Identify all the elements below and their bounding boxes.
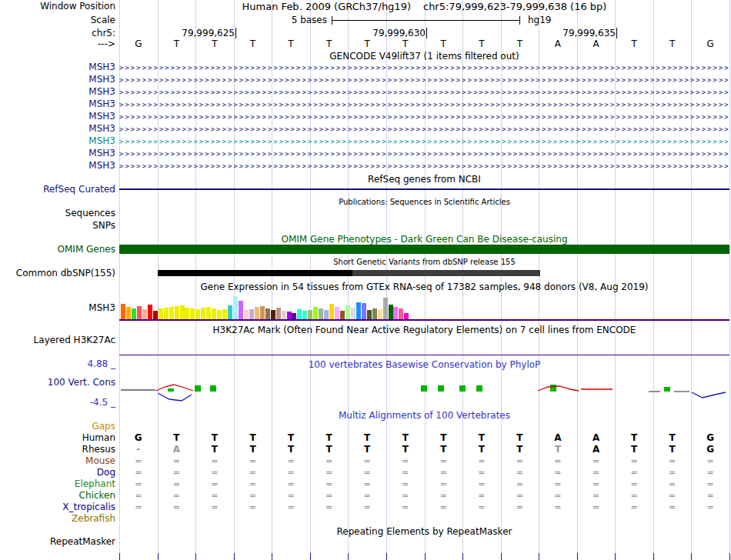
base-position-tick bbox=[310, 553, 311, 560]
gtex-tissue-bar bbox=[308, 310, 312, 319]
gtex-tissue-bar bbox=[372, 308, 377, 319]
multiz-track-title: Multiz Alignments of 100 Vertebrates bbox=[119, 410, 729, 421]
alignment-base: = bbox=[577, 502, 616, 513]
species-label-rhesus[interactable]: Rhesus bbox=[0, 444, 115, 455]
gencode-gene-label[interactable]: MSH3 bbox=[0, 135, 115, 147]
species-label-human[interactable]: Human bbox=[0, 432, 115, 444]
common-dbsnp-label[interactable]: Common dbSNP(155) bbox=[0, 268, 115, 279]
base-letter: T bbox=[310, 38, 349, 49]
repeatmasker-label[interactable]: RepeatMasker bbox=[0, 536, 115, 548]
gencode-transcript-line[interactable]: >>>>>>>>>>>>>>>>>>>>>>>>>>>>>>>>>>>>>>>>… bbox=[119, 98, 729, 111]
vert-cons-label[interactable]: 100 Vert. Cons bbox=[0, 377, 115, 388]
alignment-base: = bbox=[310, 455, 349, 467]
snps-label[interactable]: SNPs bbox=[0, 220, 115, 232]
gencode-gene-label[interactable]: MSH3 bbox=[0, 160, 115, 172]
gencode-transcript-line[interactable]: >>>>>>>>>>>>>>>>>>>>>>>>>>>>>>>>>>>>>>>>… bbox=[119, 74, 729, 86]
alignment-base: = bbox=[691, 467, 729, 478]
gencode-transcript-line[interactable]: >>>>>>>>>>>>>>>>>>>>>>>>>>>>>>>>>>>>>>>>… bbox=[119, 111, 729, 123]
alignment-row-x_tropicalis[interactable]: ================ bbox=[119, 502, 729, 513]
alignment-base: G bbox=[691, 444, 729, 455]
alignment-row-gaps[interactable] bbox=[119, 421, 729, 432]
refseq-gene-line[interactable] bbox=[119, 188, 729, 190]
base-position-tick bbox=[386, 553, 387, 560]
refseq-track-title: RefSeq genes from NCBI bbox=[119, 174, 729, 185]
alignment-base: = bbox=[272, 467, 310, 478]
gtex-tissue-bar bbox=[404, 313, 409, 319]
alignment-base: T bbox=[653, 432, 692, 444]
h3k27ac-track-title: H3K27Ac Mark (Often Found Near Active Re… bbox=[119, 325, 729, 335]
species-label-chicken[interactable]: Chicken bbox=[0, 490, 115, 502]
species-label-dog[interactable]: Dog bbox=[0, 467, 115, 478]
gencode-transcript-line[interactable]: >>>>>>>>>>>>>>>>>>>>>>>>>>>>>>>>>>>>>>>>… bbox=[119, 148, 729, 160]
gencode-gene-label[interactable]: MSH3 bbox=[0, 86, 115, 98]
dbsnp-variant-bar[interactable] bbox=[158, 270, 352, 276]
alignment-base: T bbox=[539, 444, 577, 455]
species-label-x_tropicalis[interactable]: X_tropicalis bbox=[0, 502, 115, 513]
alignment-row-human[interactable]: GTTTTTTTTTTAATTG bbox=[119, 432, 729, 444]
alignment-base: = bbox=[234, 502, 272, 513]
species-label-zebrafish[interactable]: Zebrafish bbox=[0, 513, 115, 525]
gtex-tissue-bar bbox=[217, 310, 222, 319]
species-label-mouse[interactable]: Mouse bbox=[0, 455, 115, 467]
alignment-row-elephant[interactable]: ================ bbox=[119, 478, 729, 490]
alignment-row-chicken[interactable]: ================ bbox=[119, 490, 729, 502]
alignment-base: T bbox=[310, 444, 349, 455]
base-gridline bbox=[729, 0, 730, 560]
alignment-base: = bbox=[501, 502, 539, 513]
alignment-base: = bbox=[691, 455, 729, 467]
species-label-elephant[interactable]: Elephant bbox=[0, 478, 115, 490]
gencode-gene-label[interactable]: MSH3 bbox=[0, 123, 115, 135]
alignment-base: T bbox=[310, 432, 349, 444]
sequence-base-row[interactable]: GTTTTTTTTTTAATTG bbox=[119, 38, 729, 49]
omim-gene-bar[interactable] bbox=[119, 245, 729, 254]
gencode-gene-label[interactable]: MSH3 bbox=[0, 111, 115, 122]
base-position-tick bbox=[729, 553, 730, 560]
alignment-base: = bbox=[539, 467, 577, 478]
gtex-gene-label[interactable]: MSH3 bbox=[0, 302, 115, 314]
alignment-base: = bbox=[462, 478, 501, 490]
refseq-curated-label[interactable]: RefSeq Curated bbox=[0, 184, 115, 195]
base-letter: A bbox=[577, 38, 616, 49]
alignment-row-rhesus[interactable]: -ATTTTTTTTTTATTG bbox=[119, 444, 729, 455]
scale-bar bbox=[332, 16, 520, 25]
alignment-base: = bbox=[386, 478, 425, 490]
alignment-row-zebrafish[interactable] bbox=[119, 513, 729, 525]
alignment-base: = bbox=[691, 490, 729, 502]
alignment-row-dog[interactable]: ================ bbox=[119, 467, 729, 478]
gencode-transcript-line[interactable]: >>>>>>>>>>>>>>>>>>>>>>>>>>>>>>>>>>>>>>>>… bbox=[119, 62, 729, 74]
gencode-gene-label[interactable]: MSH3 bbox=[0, 62, 115, 73]
alignment-base: = bbox=[195, 467, 234, 478]
gtex-tissue-bar bbox=[282, 311, 286, 319]
gencode-gene-label[interactable]: MSH3 bbox=[0, 98, 115, 110]
gencode-gene-label[interactable]: MSH3 bbox=[0, 148, 115, 159]
alignment-base: = bbox=[653, 490, 692, 502]
base-position-tick bbox=[462, 553, 463, 560]
layered-h3k27ac-label[interactable]: Layered H3K27Ac bbox=[0, 335, 115, 346]
alignment-row-mouse[interactable]: ================ bbox=[119, 455, 729, 467]
alignment-base: = bbox=[348, 467, 386, 478]
gencode-transcript-line[interactable]: >>>>>>>>>>>>>>>>>>>>>>>>>>>>>>>>>>>>>>>>… bbox=[119, 123, 729, 135]
sequences-label[interactable]: Sequences bbox=[0, 208, 115, 219]
gtex-expression-bars[interactable] bbox=[119, 295, 729, 319]
gencode-transcript-line[interactable]: >>>>>>>>>>>>>>>>>>>>>>>>>>>>>>>>>>>>>>>>… bbox=[119, 86, 729, 98]
alignment-base: = bbox=[653, 478, 692, 490]
alignment-base: = bbox=[386, 490, 425, 502]
alignment-base: = bbox=[234, 467, 272, 478]
base-letter: T bbox=[158, 38, 196, 49]
gtex-tissue-bar bbox=[335, 307, 339, 319]
gtex-tissue-bar bbox=[276, 308, 281, 319]
alignment-base: = bbox=[462, 502, 501, 513]
alignment-base: = bbox=[539, 478, 577, 490]
gencode-transcript-line[interactable]: >>>>>>>>>>>>>>>>>>>>>>>>>>>>>>>>>>>>>>>>… bbox=[119, 160, 729, 172]
alignment-base: = bbox=[272, 490, 310, 502]
omim-genes-label[interactable]: OMIM Genes bbox=[0, 244, 115, 255]
gencode-transcript-line[interactable]: >>>>>>>>>>>>>>>>>>>>>>>>>>>>>>>>>>>>>>>>… bbox=[119, 135, 729, 148]
species-label-gaps[interactable]: Gaps bbox=[0, 421, 115, 432]
alignment-base: = bbox=[577, 490, 616, 502]
gtex-track-title: Gene Expression in 54 tissues from GTEx … bbox=[119, 282, 729, 292]
alignment-base: = bbox=[653, 502, 692, 513]
genome-label: hg19 bbox=[528, 15, 552, 25]
ucsc-genome-browser-view: Window Position Human Feb. 2009 (GRCh37/… bbox=[0, 0, 731, 560]
dbsnp-variant-bar[interactable] bbox=[352, 270, 540, 276]
gencode-gene-label[interactable]: MSH3 bbox=[0, 74, 115, 85]
